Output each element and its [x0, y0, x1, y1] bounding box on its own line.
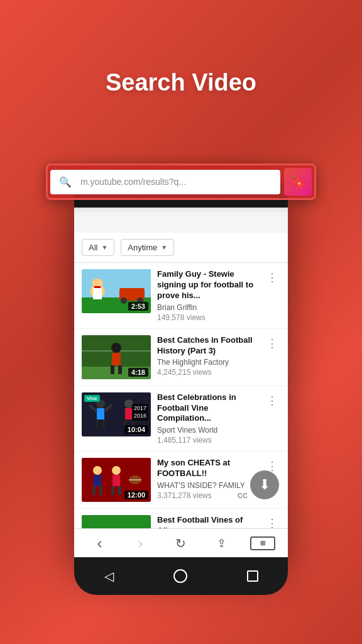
svg-point-12: [111, 343, 121, 353]
video-duration: 12:00: [124, 491, 148, 499]
video-duration: 10:04: [124, 425, 148, 434]
android-recent-button[interactable]: [247, 570, 258, 582]
filter-time-select[interactable]: Anytime ▼: [121, 239, 174, 256]
filter-type-select[interactable]: All ▼: [82, 239, 114, 256]
download-button[interactable]: ⬇: [250, 470, 279, 499]
filter-time-label: Anytime: [128, 243, 157, 252]
video-views: 149,578 views: [157, 313, 258, 322]
android-back-button[interactable]: ◁: [104, 569, 114, 584]
svg-rect-34: [111, 486, 114, 495]
filter-bar: All ▼ Anytime ▼: [74, 233, 288, 263]
svg-point-3: [121, 297, 127, 304]
video-title: Best Celebrations in Football Vine Compi…: [157, 392, 258, 425]
svg-rect-31: [99, 486, 102, 495]
svg-rect-33: [112, 475, 120, 486]
svg-point-28: [93, 466, 102, 475]
forward-button[interactable]: ›: [128, 532, 153, 555]
video-info: Best Football Vines of All...: [157, 515, 258, 528]
svg-point-32: [112, 466, 121, 475]
tabs-button[interactable]: ⊞: [250, 536, 275, 550]
video-channel: Brian Griffin: [157, 303, 258, 312]
svg-rect-35: [118, 486, 121, 495]
android-home-button[interactable]: [173, 569, 187, 583]
video-title: My son CHEATS at FOOTBALL!!: [157, 458, 258, 479]
share-button[interactable]: ⇪: [209, 532, 234, 555]
svg-rect-14: [111, 365, 114, 374]
video-duration: 4:18: [128, 368, 148, 377]
video-info: Best Celebrations in Football Vine Compi…: [157, 392, 258, 445]
svg-rect-19: [96, 419, 99, 428]
back-button[interactable]: ‹: [87, 532, 112, 555]
video-title: Best Football Vines of All...: [157, 515, 258, 528]
video-thumbnail: 12:00: [82, 458, 151, 502]
video-views: 4,245,215 views: [157, 368, 258, 377]
android-nav-bar: ◁: [74, 557, 288, 595]
svg-rect-7: [93, 288, 102, 299]
filter-type-arrow: ▼: [101, 244, 107, 251]
video-menu-button[interactable]: ⋮: [264, 515, 280, 528]
browser-nav-bar: ‹ › ↻ ⇪ ⊞: [74, 528, 288, 557]
video-item[interactable]: 4:18 Best Catches in Football History (P…: [74, 329, 288, 386]
thumb-image-5: [82, 515, 151, 528]
filter-type-label: All: [89, 243, 97, 252]
video-info: Best Catches in Football History (Part 3…: [157, 335, 258, 377]
refresh-button[interactable]: ↻: [168, 532, 194, 555]
phone-frame: 🔍 m.youtube.com/results?q... 🔖 All ▼ Any…: [74, 176, 288, 566]
svg-rect-13: [112, 353, 121, 365]
svg-rect-8: [94, 286, 101, 288]
page-title: Search Video: [0, 69, 362, 96]
video-list: 2:53 Family Guy - Stewie signing up for …: [74, 263, 288, 528]
video-menu-button[interactable]: ⋮: [264, 269, 280, 286]
video-title: Best Catches in Football History (Part 3…: [157, 335, 258, 357]
year-badge: 20172016: [132, 404, 148, 421]
video-thumbnail: 4:18: [82, 335, 151, 379]
svg-rect-29: [94, 475, 101, 486]
video-duration: 2:53: [128, 302, 148, 311]
video-channel: WHAT'S INSIDE? FAMILY: [157, 481, 258, 490]
svg-point-6: [92, 279, 103, 287]
video-thumbnail: 2:53: [82, 269, 151, 313]
video-item[interactable]: 12:00 My son CHEATS at FOOTBALL!! WHAT'S…: [74, 452, 288, 509]
vine-badge: Vine: [84, 395, 100, 402]
video-channel: The Highlight Factory: [157, 358, 258, 367]
video-info: Family Guy - Stewie signing up for footb…: [157, 269, 258, 322]
video-thumbnail: Vine 20172016 10:04: [82, 392, 151, 436]
cc-badge: CC: [238, 492, 248, 499]
video-views: 1,485,117 views: [157, 436, 258, 445]
svg-rect-15: [118, 365, 122, 374]
video-item[interactable]: Best Football Vines of All... ⋮: [74, 509, 288, 528]
svg-rect-30: [92, 486, 96, 495]
video-thumbnail: [82, 515, 151, 528]
filter-time-arrow: ▼: [161, 244, 167, 251]
svg-rect-18: [97, 408, 104, 419]
video-title: Family Guy - Stewie signing up for footb…: [157, 269, 258, 301]
video-item[interactable]: Vine 20172016 10:04 Best Celebrations in…: [74, 386, 288, 452]
video-item[interactable]: 2:53 Family Guy - Stewie signing up for …: [74, 263, 288, 329]
video-menu-button[interactable]: ⋮: [264, 392, 280, 409]
svg-rect-20: [102, 419, 106, 428]
video-menu-button[interactable]: ⋮: [264, 335, 280, 352]
svg-rect-38: [82, 515, 151, 528]
video-channel: Sport Vines World: [157, 426, 258, 435]
phone-screen: 🔍 m.youtube.com/results?q... 🔖 All ▼ Any…: [74, 208, 288, 528]
